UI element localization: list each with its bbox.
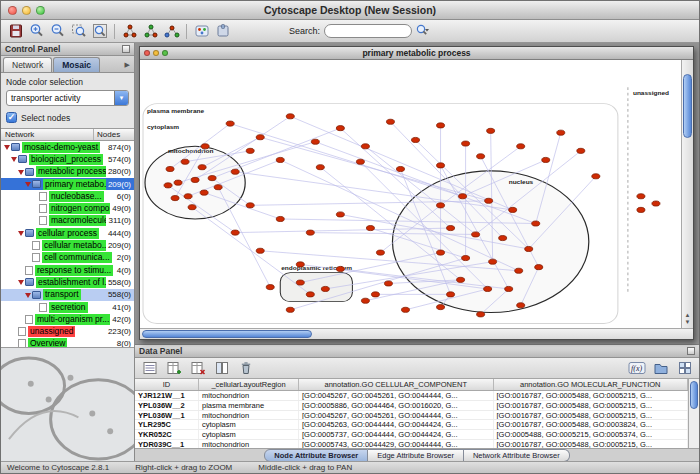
tree-row[interactable]: nucleobase...6(0) [1,190,134,202]
tree-row[interactable]: mosaic-demo-yeast874(0) [1,141,134,153]
network-canvas[interactable]: plasma membranecytoplasmmitochondrionnuc… [140,60,681,328]
column-header-region[interactable]: _cellularLayoutRegion [199,379,299,390]
table-row[interactable]: YLR295Ccytoplasm[GO:0045263, GO:0044444,… [135,420,688,430]
expand-arrow-icon[interactable] [18,278,25,286]
network-node[interactable] [311,139,319,144]
tab-network-attribute-browser[interactable]: Network Attribute Browser [464,449,570,462]
network-node[interactable] [412,137,420,142]
network-node[interactable] [437,250,445,255]
tree-row[interactable]: cellular metabo...209(0) [1,239,134,251]
network-node[interactable] [499,236,507,241]
tab-mosaic[interactable]: Mosaic [53,57,100,72]
network-node[interactable] [336,266,344,271]
network-node[interactable] [246,203,254,208]
network-edge[interactable] [340,128,450,228]
network-node[interactable] [396,166,404,171]
network-node[interactable] [477,312,485,317]
network-node[interactable] [321,286,329,291]
plugin-icon[interactable] [212,21,233,41]
table-row[interactable]: YPL036W__1mitochondrion[GO:0045267, GO:0… [135,411,688,421]
network-node[interactable] [174,180,182,185]
float-panel-icon[interactable] [687,347,695,355]
table-row[interactable]: YJR121W__1mitochondrion[GO:0045267, GO:0… [135,391,688,401]
network-node[interactable] [214,185,222,190]
table-row[interactable]: YPL036W__2plasma membrane[GO:0005886, GO… [135,401,688,411]
network-view-titlebar[interactable]: primary metabolic process [140,47,693,60]
network-node[interactable] [437,305,445,310]
network-node[interactable] [306,230,314,235]
network-node[interactable] [366,226,374,231]
tree-row[interactable]: cell communica...2(0) [1,252,134,264]
network-node[interactable] [637,194,645,199]
network-node[interactable] [296,262,304,267]
grid-icon[interactable] [674,358,695,378]
network-node[interactable] [462,256,470,261]
network-node[interactable] [384,281,392,286]
import-attributes-icon[interactable] [650,358,671,378]
expand-arrow-icon[interactable] [18,229,25,237]
network-edge[interactable] [290,116,512,210]
network-node[interactable] [517,303,525,308]
network-edge[interactable] [218,187,270,287]
network-node[interactable] [515,268,523,273]
formula-builder-icon[interactable]: f(x) [626,358,647,378]
zoom-fit-icon[interactable] [89,21,110,41]
network-node[interactable] [509,207,517,212]
network-node[interactable] [386,119,394,124]
network-node[interactable] [266,285,274,290]
network-node[interactable] [256,248,264,253]
network-node[interactable] [371,292,379,297]
network-node[interactable] [637,207,645,212]
tree-row[interactable]: unassigned223(0) [1,325,134,337]
expand-arrow-icon[interactable] [11,155,18,163]
network-node[interactable] [276,216,284,221]
network-node[interactable] [489,259,497,264]
network-node[interactable] [286,307,294,312]
network-node[interactable] [336,126,344,131]
network-node[interactable] [316,165,324,170]
scrollbar-thumb[interactable] [690,381,698,409]
birds-eye-view[interactable] [1,347,134,461]
network-node[interactable] [356,159,364,164]
tree-row[interactable]: nitrogen compo...49(0) [1,202,134,214]
minimize-window-button[interactable] [22,6,31,15]
network-green-icon[interactable] [140,21,161,41]
tree-row[interactable]: Overview8(0) [1,338,134,347]
trash-icon[interactable] [235,358,256,378]
network-node[interactable] [462,141,470,146]
network-node[interactable] [592,174,600,179]
search-input[interactable] [324,24,412,38]
tab-node-attribute-browser[interactable]: Node Attribute Browser [264,449,368,462]
column-header-molecular-function[interactable]: annotation.GO MOLECULAR_FUNCTION [494,379,689,390]
network-node[interactable] [457,277,465,282]
zoom-in-icon[interactable] [26,21,47,41]
network-node[interactable] [200,190,208,195]
network-node[interactable] [361,144,369,149]
zoom-out-icon[interactable] [47,21,68,41]
tree-row[interactable]: biological_process574(0) [1,153,134,165]
tree-row[interactable]: secretion41(0) [1,301,134,313]
search-options-icon[interactable] [412,21,433,41]
tree-row[interactable]: macromolecule...311(0) [1,215,134,227]
network-node[interactable] [286,114,294,119]
network-node[interactable] [401,307,409,312]
network-node[interactable] [226,121,234,126]
network-node[interactable] [336,212,344,217]
select-attributes-icon[interactable] [139,358,160,378]
table-row[interactable]: YKR052Ccytoplasm[GO:0005737, GO:0044444,… [135,430,688,440]
tree-header-network[interactable]: Network [1,129,94,140]
network-node[interactable] [652,201,660,206]
tab-edge-attribute-browser[interactable]: Edge Attribute Browser [368,449,464,462]
network-node[interactable] [542,157,550,162]
vertical-scrollbar[interactable]: ▲▼ [681,60,693,328]
network-node[interactable] [376,250,384,255]
maximize-view-button[interactable] [162,50,168,56]
network-node[interactable] [306,292,314,297]
network-node[interactable] [296,280,304,285]
tab-overflow-icon[interactable]: ▶ [125,61,132,72]
network-node[interactable] [505,286,513,291]
scrollbar-thumb[interactable] [142,330,312,338]
network-node[interactable] [188,205,196,210]
network-node[interactable] [485,198,493,203]
table-scrollbar[interactable] [688,379,699,448]
